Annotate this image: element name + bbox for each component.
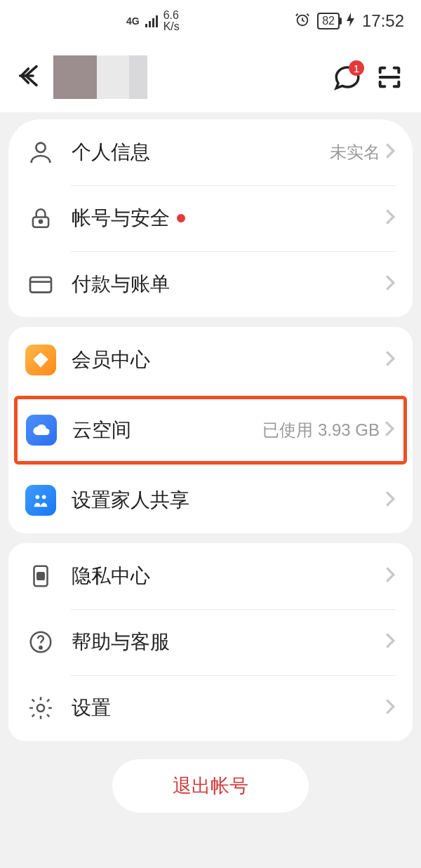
row-payment-billing[interactable]: 付款与账单	[25, 251, 396, 317]
row-label: 隐私中心	[72, 563, 385, 589]
row-label: 设置家人共享	[72, 487, 385, 514]
net-speed: 6.6 K/s	[163, 10, 180, 32]
highlight-box: 云空间 已使用 3.93 GB	[14, 396, 407, 465]
row-label: 帐号与安全	[72, 205, 385, 232]
row-label: 个人信息	[72, 139, 330, 166]
status-bar: 4G 6.6 K/s 82 17:52	[0, 0, 421, 42]
person-icon	[25, 137, 56, 168]
row-value: 已使用 3.93 GB	[262, 419, 380, 441]
svg-rect-8	[37, 573, 44, 580]
chevron-right-icon	[385, 566, 396, 587]
row-member-center[interactable]: 会员中心	[25, 327, 396, 393]
gear-icon	[25, 693, 56, 723]
chevron-right-icon	[385, 632, 396, 653]
svg-point-1	[36, 143, 45, 152]
chevron-right-icon	[385, 274, 396, 295]
status-right: 82 17:52	[295, 11, 404, 31]
row-label: 设置	[72, 695, 385, 721]
status-time: 17:52	[362, 11, 404, 31]
row-label: 帮助与客服	[72, 629, 385, 655]
member-icon	[25, 345, 56, 375]
card-icon	[25, 269, 56, 300]
chevron-right-icon	[385, 697, 396, 719]
charging-icon	[347, 13, 355, 30]
back-button[interactable]	[15, 62, 44, 93]
svg-point-6	[42, 495, 46, 500]
svg-point-11	[37, 705, 44, 712]
row-cloud-space[interactable]: 云空间 已使用 3.93 GB	[26, 399, 395, 461]
cloud-icon	[26, 415, 57, 446]
row-label: 付款与账单	[72, 271, 385, 298]
row-label: 云空间	[72, 417, 262, 443]
logout-button[interactable]: 退出帐号	[112, 759, 309, 813]
alarm-icon	[295, 12, 310, 31]
row-settings[interactable]: 设置	[25, 675, 396, 741]
speed-val: 6.6	[163, 10, 180, 21]
svg-point-10	[39, 646, 41, 648]
svg-rect-4	[30, 277, 51, 293]
signal-icon	[145, 15, 158, 27]
help-icon	[25, 627, 56, 657]
scan-button[interactable]	[373, 61, 406, 93]
row-family-share[interactable]: 设置家人共享	[25, 467, 396, 533]
row-help-service[interactable]: 帮助与客服	[25, 609, 396, 675]
family-icon	[25, 485, 56, 516]
section-services: 会员中心 云空间 已使用 3.93 GB 设置家人共享	[8, 327, 413, 533]
section-account: 个人信息 未实名 帐号与安全 付款与账单	[8, 119, 413, 317]
alert-dot-icon	[177, 214, 185, 222]
messages-badge: 1	[349, 60, 364, 76]
row-account-security[interactable]: 帐号与安全	[25, 185, 396, 251]
row-privacy-center[interactable]: 隐私中心	[25, 543, 396, 609]
row-personal-info[interactable]: 个人信息 未实名	[25, 119, 396, 185]
profile-avatar-area[interactable]	[53, 55, 147, 99]
svg-point-5	[36, 495, 40, 500]
lock-icon	[25, 203, 56, 234]
status-left: 4G 6.6 K/s	[126, 10, 180, 32]
chevron-right-icon	[385, 142, 396, 163]
svg-point-3	[39, 220, 42, 223]
row-value: 未实名	[330, 141, 380, 163]
chevron-right-icon	[385, 349, 396, 370]
header-bar: 1	[0, 42, 421, 112]
logout-area: 退出帐号	[0, 759, 421, 813]
chevron-right-icon	[385, 490, 396, 511]
privacy-icon	[25, 561, 56, 592]
battery-icon: 82	[317, 13, 340, 29]
messages-button[interactable]: 1	[331, 61, 363, 93]
chevron-right-icon	[384, 420, 395, 441]
speed-unit: K/s	[163, 21, 180, 32]
row-label: 会员中心	[72, 347, 385, 373]
network-label: 4G	[126, 15, 140, 27]
section-settings: 隐私中心 帮助与客服 设置	[8, 543, 413, 741]
chevron-right-icon	[385, 208, 396, 229]
